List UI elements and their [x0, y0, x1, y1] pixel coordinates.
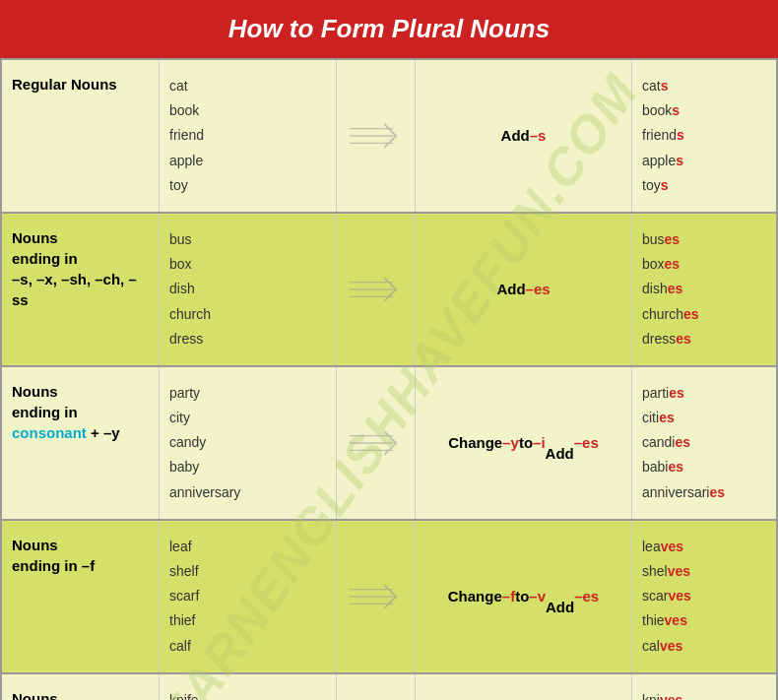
rule-row-ending-f: Nounsending in –fleafshelfscarfthiefcalf…: [2, 521, 776, 674]
page-container: How to Form Plural Nouns LEARNENGLISHHAV…: [0, 0, 778, 700]
rule-label: Nounsending in–s, –x, –sh, –ch, –ss: [2, 214, 160, 365]
rule-examples: busboxdishchurchdress: [160, 214, 337, 365]
rule-plurals: leavesshelvesscarvesthievescalves: [632, 521, 778, 672]
rule-arrow: [337, 674, 416, 700]
rule-row-ending-fe: Nounsending in –feknifewifelife Change –…: [2, 674, 776, 700]
rule-examples: partycitycandybabyanniversary: [160, 367, 337, 519]
rule-row-ending-sxshchss: Nounsending in–s, –x, –sh, –ch, –ssbusbo…: [2, 214, 776, 367]
rule-label: Nounsending in –f: [2, 521, 160, 672]
page-title: How to Form Plural Nouns: [228, 14, 550, 43]
rule-description: Add –s: [416, 60, 632, 212]
rule-plurals: busesboxesdisheschurchesdresses: [632, 214, 778, 365]
rule-plurals: kniveswiveslives: [632, 674, 778, 700]
rule-plurals: partiescitiescandiesbabiesanniversaries: [632, 367, 778, 519]
page-header: How to Form Plural Nouns: [0, 0, 778, 58]
rule-row-regular: Regular Nounscatbookfriendappletoy Add –…: [2, 60, 776, 214]
rule-label: Nounsending inconsonant + –y: [2, 367, 160, 519]
rule-description: Change –fe to –vAdd –es: [416, 674, 632, 700]
rule-description: Add –es: [416, 214, 632, 365]
rule-row-ending-y: Nounsending inconsonant + –ypartycitycan…: [2, 367, 776, 521]
rule-arrow: [337, 60, 416, 212]
rule-arrow: [337, 214, 416, 365]
rule-examples: catbookfriendappletoy: [160, 60, 337, 212]
rule-arrow: [337, 367, 416, 519]
main-table: LEARNENGLISHHAVEFUN.COM Regular Nounscat…: [0, 58, 778, 700]
rule-label: Regular Nouns: [2, 60, 160, 212]
rule-plurals: catsbooksfriendsapplestoys: [632, 60, 778, 212]
rule-examples: leafshelfscarfthiefcalf: [160, 521, 337, 672]
rule-arrow: [337, 521, 416, 672]
rules-table: Regular Nounscatbookfriendappletoy Add –…: [0, 58, 778, 700]
rule-label: Nounsending in –fe: [2, 674, 160, 700]
rule-examples: knifewifelife: [160, 674, 337, 700]
rule-description: Change –y to –iAdd –es: [416, 367, 632, 519]
rule-description: Change –f to –vAdd –es: [416, 521, 632, 672]
